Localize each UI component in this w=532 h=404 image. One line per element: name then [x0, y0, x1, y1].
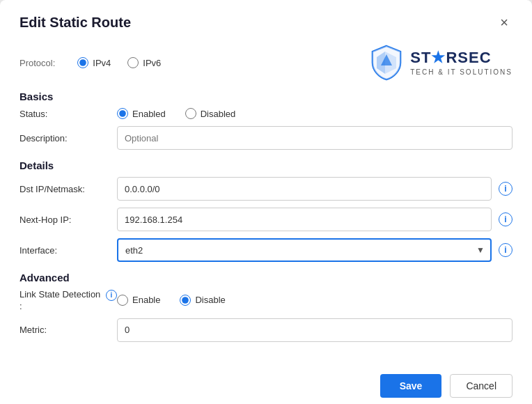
interface-label: Interface:	[19, 245, 117, 256]
logo-shield-icon	[370, 45, 403, 81]
link-state-enable-label: Enable	[132, 295, 160, 305]
dst-ip-input[interactable]	[117, 177, 492, 201]
protocol-ipv6-radio[interactable]	[127, 57, 139, 68]
details-section-title: Details	[19, 160, 513, 171]
protocol-group: Protocol: IPv4 IPv6	[19, 57, 161, 68]
description-input[interactable]	[117, 126, 513, 150]
link-state-control: Enable Disable	[117, 295, 513, 306]
status-enabled-label: Enabled	[132, 109, 166, 119]
status-disabled-label: Disabled	[201, 109, 236, 119]
description-row: Description:	[19, 126, 513, 150]
protocol-logo-row: Protocol: IPv4 IPv6	[19, 45, 513, 81]
status-enabled-radio[interactable]	[117, 108, 128, 119]
logo-subtitle: TECH & IT SOLUTIONS	[410, 68, 513, 76]
dst-ip-label: Dst IP/Netmask:	[19, 184, 117, 194]
link-state-enable-option[interactable]: Enable	[117, 295, 160, 306]
link-state-disable-option[interactable]: Disable	[180, 295, 225, 306]
dst-ip-control: i	[117, 177, 513, 201]
status-disabled-radio[interactable]	[185, 108, 196, 119]
description-label: Description:	[19, 133, 117, 143]
dst-ip-row: Dst IP/Netmask: i	[19, 177, 513, 201]
modal-header: Edit Static Route ×	[0, 0, 532, 38]
basics-section-title: Basics	[19, 91, 513, 102]
metric-label: Metric:	[19, 325, 117, 335]
link-state-info-icon[interactable]: i	[106, 290, 117, 301]
link-state-enable-radio[interactable]	[117, 295, 128, 306]
nexthop-info-icon[interactable]: i	[499, 212, 513, 226]
interface-info-icon[interactable]: i	[499, 243, 513, 257]
link-state-row: Link State Detection i : Enable Disable	[19, 289, 513, 311]
protocol-ipv4-label: IPv4	[93, 58, 111, 68]
nexthop-label: Next-Hop IP:	[19, 215, 117, 225]
metric-row: Metric:	[19, 318, 513, 342]
interface-row: Interface: eth2 eth0 eth1 ▼ i	[19, 238, 513, 262]
interface-select-wrap: eth2 eth0 eth1 ▼	[117, 238, 492, 262]
logo-area: ST★RSEC TECH & IT SOLUTIONS	[370, 45, 513, 81]
save-button[interactable]: Save	[380, 374, 442, 398]
status-row: Status: Enabled Disabled	[19, 108, 513, 119]
protocol-ipv6-label: IPv6	[143, 58, 161, 68]
interface-select[interactable]: eth2 eth0 eth1	[117, 238, 492, 262]
dst-ip-info-icon[interactable]: i	[499, 182, 513, 196]
protocol-ipv6-option[interactable]: IPv6	[127, 57, 161, 68]
nexthop-input[interactable]	[117, 208, 492, 231]
description-control	[117, 126, 513, 150]
metric-input[interactable]	[117, 318, 513, 342]
link-state-label: Link State Detection i :	[19, 289, 117, 311]
cancel-button[interactable]: Cancel	[450, 374, 513, 398]
status-enabled-option[interactable]: Enabled	[117, 108, 166, 119]
modal-dialog: Edit Static Route × Protocol: IPv4 IPv6	[0, 0, 532, 404]
link-state-disable-radio[interactable]	[180, 295, 191, 306]
status-control: Enabled Disabled	[117, 108, 513, 119]
metric-control	[117, 318, 513, 342]
logo-text: ST★RSEC TECH & IT SOLUTIONS	[410, 49, 513, 75]
protocol-ipv4-option[interactable]: IPv4	[77, 57, 111, 68]
logo-star: ★	[431, 49, 446, 66]
interface-control: eth2 eth0 eth1 ▼ i	[117, 238, 513, 262]
modal-footer: Save Cancel	[0, 366, 532, 405]
protocol-label: Protocol:	[19, 58, 55, 68]
nexthop-row: Next-Hop IP: i	[19, 208, 513, 231]
logo-brand-text: ST★RSEC	[410, 49, 491, 66]
modal-title: Edit Static Route	[19, 15, 131, 31]
protocol-ipv4-radio[interactable]	[77, 57, 88, 68]
modal-body: Protocol: IPv4 IPv6	[0, 38, 532, 366]
status-label: Status:	[19, 109, 117, 119]
nexthop-control: i	[117, 208, 513, 231]
close-button[interactable]: ×	[496, 14, 513, 31]
advanced-section-title: Advanced	[19, 272, 513, 283]
status-disabled-option[interactable]: Disabled	[185, 108, 236, 119]
link-state-disable-label: Disable	[195, 295, 225, 305]
